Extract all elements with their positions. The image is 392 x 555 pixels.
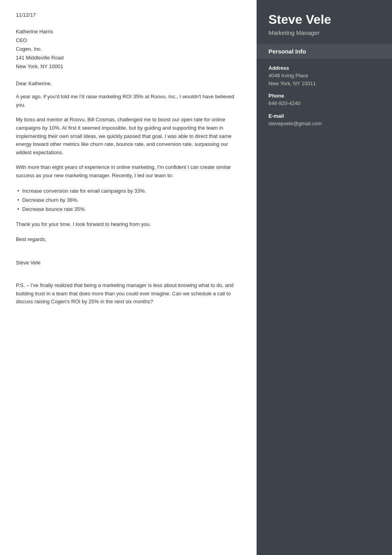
bullet-item-2: Decrease churn by 36%. [16,195,241,205]
email-item: E-mail stevepvele@gmail.com [268,113,380,128]
email-value: stevepvele@gmail.com [268,120,380,128]
address-label: Address [268,65,380,71]
recipient-company: Cogen, Inc. [16,45,241,54]
sidebar-name: Steve Vele [268,12,380,27]
sidebar-header: Steve Vele Marketing Manager [257,0,392,44]
sidebar: Steve Vele Marketing Manager Personal In… [257,0,392,555]
bullet-item-3: Decrease bounce rate 35%. [16,205,241,214]
phone-item: Phone 646-920-4240 [268,93,380,107]
paragraph-2: My boss and mentor at Roovu, Bill Cosmas… [16,116,241,157]
letter-salutation: Dear Katherine, [16,80,241,86]
address-item: Address 4048 Irving Place New York, NY 1… [268,65,380,87]
signature-name: Steve Vele [16,260,241,266]
personal-info-section-header: Personal Info [257,44,392,59]
letter-ps: P.S. – I've finally realized that being … [16,281,241,306]
paragraph-1: A year ago, if you'd told me I'd raise m… [16,93,241,109]
email-label: E-mail [268,113,380,119]
recipient-city-state-zip: New York, NY 10001 [16,62,241,71]
letter-body: A year ago, if you'd told me I'd raise m… [16,93,241,228]
recipient-name: Katherine Harris [16,27,241,36]
closing-paragraph: Thank you for your time. I look forward … [16,220,241,229]
recipient-address: 141 Middleville Road [16,54,241,62]
letter-signature: Steve Vele [16,260,241,266]
phone-value: 646-920-4240 [268,100,380,107]
phone-label: Phone [268,93,380,99]
letter-closing: Best regards, [16,235,241,244]
personal-info-label: Personal Info [268,48,380,55]
letter-recipient: Katherine Harris CEO Cogen, Inc. 141 Mid… [16,27,241,71]
bullet-list: Increase conversion rate for email campa… [16,186,241,214]
sidebar-job-title: Marketing Manager [268,29,380,36]
closing-text: Best regards, [16,235,241,244]
paragraph-3: With more than eight years of experience… [16,163,241,180]
address-line2: New York, NY 10011 [268,80,380,88]
sidebar-info: Address 4048 Irving Place New York, NY 1… [257,65,392,127]
letter-panel: 11/12/17 Katherine Harris CEO Cogen, Inc… [0,0,257,555]
bullet-item-1: Increase conversion rate for email campa… [16,186,241,195]
recipient-title: CEO [16,36,241,45]
address-line1: 4048 Irving Place [268,72,380,80]
letter-date: 11/12/17 [16,12,241,18]
